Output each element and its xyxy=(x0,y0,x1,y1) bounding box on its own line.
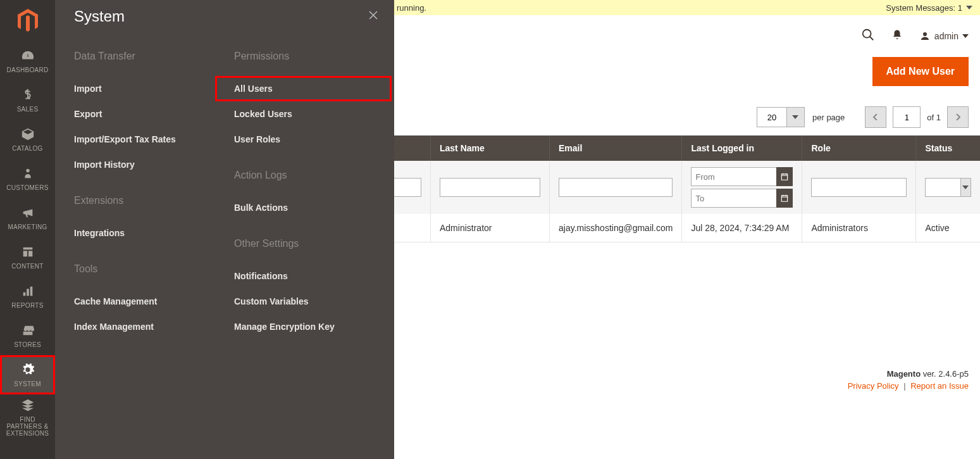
section-permissions: Permissions xyxy=(234,51,394,62)
megaphone-icon xyxy=(20,206,35,221)
pager-next[interactable] xyxy=(947,106,969,128)
nav-label: SYSTEM xyxy=(11,380,44,387)
magento-icon xyxy=(16,9,40,33)
gear-icon xyxy=(20,363,35,378)
nav-label: DASHBOARD xyxy=(4,66,51,73)
link-all-users[interactable]: All Users xyxy=(215,76,392,101)
section-tools: Tools xyxy=(74,263,234,275)
flyout-col-left: Data Transfer Import Export Import/Expor… xyxy=(74,33,234,357)
nav-marketing[interactable]: MARKETING xyxy=(0,198,55,237)
svg-point-0 xyxy=(863,30,871,38)
filter-email[interactable] xyxy=(559,178,673,197)
person-icon xyxy=(20,167,35,182)
add-new-user-button[interactable]: Add New User xyxy=(872,57,969,86)
page-footer: Magento ver. 2.4.6-p5 Privacy Policy | R… xyxy=(848,369,969,391)
nav-stores[interactable]: STORES xyxy=(0,316,55,355)
nav-label: FIND PARTNERS & EXTENSIONS xyxy=(0,416,55,437)
nav-reports[interactable]: REPORTS xyxy=(0,277,55,316)
calendar-icon[interactable] xyxy=(776,167,793,186)
link-index[interactable]: Index Management xyxy=(74,314,234,339)
filter-status[interactable] xyxy=(925,178,971,197)
bars-icon xyxy=(20,284,35,299)
link-import[interactable]: Import xyxy=(74,76,234,101)
section-data-transfer: Data Transfer xyxy=(74,51,234,62)
link-user-roles[interactable]: User Roles xyxy=(234,127,394,152)
footer-version: ver. 2.4.6-p5 xyxy=(923,369,969,379)
partners-icon xyxy=(20,398,35,413)
magento-logo[interactable] xyxy=(0,0,55,41)
system-flyout: System Data Transfer Import Export Impor… xyxy=(55,0,394,459)
nav-label: STORES xyxy=(11,341,44,348)
nav-label: CATALOG xyxy=(9,145,45,152)
admin-sidebar: DASHBOARD SALES CATALOG CUSTOMERS MARKET… xyxy=(0,0,55,459)
filter-lastname[interactable] xyxy=(440,178,540,197)
nav-label: REPORTS xyxy=(9,302,46,309)
perpage-select[interactable] xyxy=(757,107,805,127)
cell-lastname: Administrator xyxy=(431,214,550,242)
chevron-down-icon xyxy=(966,4,972,11)
dashboard-icon xyxy=(20,49,35,64)
cell-role: Administrators xyxy=(802,214,916,242)
link-report-issue[interactable]: Report an Issue xyxy=(910,381,969,391)
filter-role[interactable] xyxy=(811,178,907,197)
nav-label: CUSTOMERS xyxy=(4,184,51,191)
nav-system[interactable]: SYSTEM xyxy=(0,355,55,394)
perpage-dropdown[interactable] xyxy=(787,107,805,127)
nav-label: CONTENT xyxy=(9,263,46,270)
nav-label: MARKETING xyxy=(5,223,49,230)
link-bulk-actions[interactable]: Bulk Actions xyxy=(234,195,394,220)
link-encryption[interactable]: Manage Encryption Key xyxy=(234,314,394,339)
pager-of: of 1 xyxy=(927,113,941,122)
calendar-icon[interactable] xyxy=(776,189,793,208)
link-custom-variables[interactable]: Custom Variables xyxy=(234,289,394,314)
pager-prev[interactable] xyxy=(865,106,886,128)
section-extensions: Extensions xyxy=(74,195,234,206)
col-lastlogged[interactable]: Last Logged in xyxy=(682,135,802,161)
col-role[interactable]: Role xyxy=(802,135,916,161)
box-icon xyxy=(20,127,35,142)
nav-sales[interactable]: SALES xyxy=(0,80,55,120)
filter-status-input[interactable] xyxy=(925,178,960,197)
content-icon xyxy=(20,245,35,260)
link-import-history[interactable]: Import History xyxy=(74,152,234,177)
flyout-title: System xyxy=(74,8,125,25)
nav-customers[interactable]: CUSTOMERS xyxy=(0,159,55,198)
cell-status: Active xyxy=(916,214,980,242)
footer-magento: Magento xyxy=(887,369,921,379)
nav-partners[interactable]: FIND PARTNERS & EXTENSIONS xyxy=(0,394,55,440)
perpage-label: per page xyxy=(812,113,845,122)
col-lastname[interactable]: Last Name xyxy=(431,135,550,161)
col-email[interactable]: Email xyxy=(550,135,682,161)
cell-email: ajay.misshosting@gmail.com xyxy=(550,214,682,242)
col-status[interactable]: Status xyxy=(916,135,980,161)
section-other-settings: Other Settings xyxy=(234,238,394,249)
pager-input[interactable] xyxy=(893,106,921,128)
store-icon xyxy=(20,324,35,339)
link-export[interactable]: Export xyxy=(74,101,234,127)
chevron-down-icon[interactable] xyxy=(961,178,971,197)
dollar-icon xyxy=(20,88,35,103)
link-locked-users[interactable]: Locked Users xyxy=(234,101,394,127)
close-icon[interactable] xyxy=(368,8,379,25)
nav-catalog[interactable]: CATALOG xyxy=(0,120,55,159)
sysmsg-count[interactable]: System Messages: 1 xyxy=(886,3,972,13)
user-icon xyxy=(919,30,931,42)
link-cache[interactable]: Cache Management xyxy=(74,289,234,314)
admin-user-menu[interactable]: admin xyxy=(919,30,969,42)
section-action-logs: Action Logs xyxy=(234,170,394,181)
link-notifications[interactable]: Notifications xyxy=(234,263,394,289)
link-import-export-tax[interactable]: Import/Export Tax Rates xyxy=(74,127,234,152)
nav-dashboard[interactable]: DASHBOARD xyxy=(0,41,55,80)
cell-lastlogged: Jul 28, 2024, 7:34:29 AM xyxy=(682,214,802,242)
search-icon[interactable] xyxy=(861,28,875,44)
perpage-input[interactable] xyxy=(757,107,787,127)
chevron-down-icon xyxy=(962,34,969,38)
link-privacy[interactable]: Privacy Policy xyxy=(848,381,899,391)
nav-label: SALES xyxy=(15,106,41,113)
flyout-col-right: Permissions All Users Locked Users User … xyxy=(234,33,394,357)
link-integrations[interactable]: Integrations xyxy=(74,220,234,246)
nav-content[interactable]: CONTENT xyxy=(0,237,55,277)
bell-icon[interactable] xyxy=(891,29,903,43)
